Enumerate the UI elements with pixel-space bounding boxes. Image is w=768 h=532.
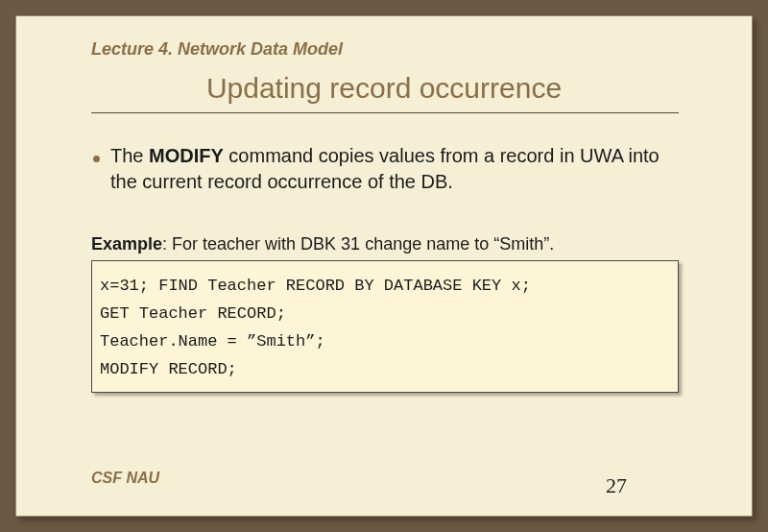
slide-frame: Lecture 4. Network Data Model Updating r… — [15, 15, 753, 517]
code-line-4: MODIFY RECORD; — [100, 356, 670, 384]
footer-org: CSF NAU — [91, 470, 159, 487]
title-divider — [91, 112, 679, 113]
page-number: 27 — [606, 473, 627, 498]
body-text-bold: MODIFY — [149, 145, 224, 166]
body-text-prefix: The — [110, 145, 149, 166]
example-label-rest: : For teacher with DBK 31 change name to… — [162, 234, 554, 254]
example-label-bold: Example — [91, 234, 162, 254]
body-paragraph: The MODIFY command copies values from a … — [110, 143, 667, 195]
code-block: x=31; FIND Teacher RECORD BY DATABASE KE… — [91, 260, 679, 393]
slide-title: Updating record occurrence — [16, 72, 752, 105]
example-label: Example: For teacher with DBK 31 change … — [91, 234, 554, 254]
code-line-2: GET Teacher RECORD; — [100, 301, 670, 328]
lecture-header: Lecture 4. Network Data Model — [91, 39, 343, 60]
bullet-icon — [93, 149, 100, 166]
code-line-3: Teacher.Name = ”Smith”; — [100, 328, 670, 356]
code-line-1: x=31; FIND Teacher RECORD BY DATABASE KE… — [100, 273, 670, 301]
